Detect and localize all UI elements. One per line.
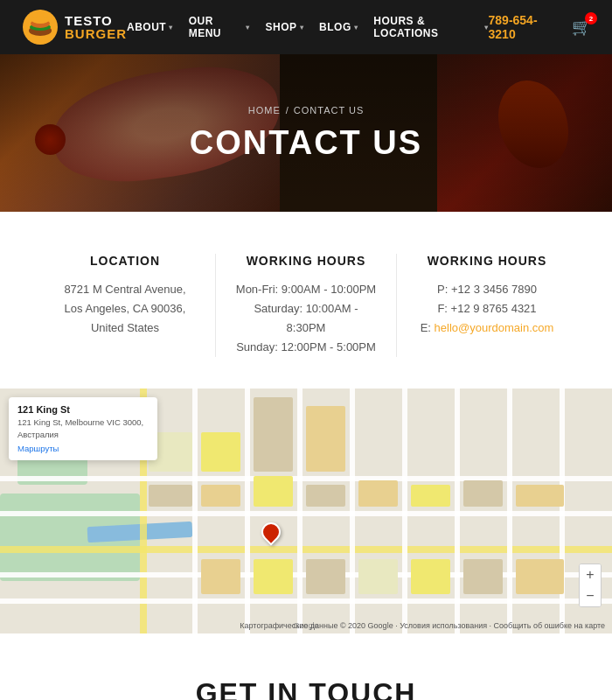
nav-blog[interactable]: BLOG ▾ — [319, 21, 358, 33]
map-zoom-in[interactable]: + — [580, 564, 601, 585]
location-heading: LOCATION — [52, 254, 198, 268]
map-road-v7 — [507, 388, 512, 634]
map-road-v5 — [402, 388, 407, 634]
hero-section: HOME / CONTACT US CONTACT US — [0, 54, 612, 212]
map-section: 121 King St 121 King St, Melbourne VIC 3… — [0, 388, 612, 634]
map-building-2 — [201, 485, 240, 507]
contact-heading: WORKING HOURS — [414, 254, 560, 268]
map-building-16 — [358, 559, 398, 594]
map-building-7 — [463, 480, 503, 507]
contact-details: P: +12 3 3456 7890 F: +12 9 8765 4321 E:… — [414, 280, 560, 338]
svg-point-7 — [43, 12, 48, 18]
map-infobox-title: 121 King St — [17, 404, 149, 415]
logo[interactable]: TESTO BURGER — [21, 8, 127, 46]
cart-icon[interactable]: 🛒 2 — [572, 18, 591, 37]
map-infobox: 121 King St 121 King St, Melbourne VIC 3… — [9, 397, 157, 460]
chevron-down-icon: ▾ — [354, 24, 358, 32]
map-zoom-out[interactable]: − — [580, 585, 601, 606]
working-hours-text: Mon-Fri: 9:00AM - 10:00PM Saturday: 10:0… — [233, 280, 379, 357]
breadcrumb: HOME / CONTACT US — [190, 105, 422, 116]
map-credit: Картографические данные © 2020 Google · … — [240, 621, 605, 630]
nav-hours[interactable]: HOURS & LOCATIONS ▾ — [373, 15, 488, 39]
map-road-y1 — [0, 546, 612, 553]
chevron-down-icon: ▾ — [300, 24, 304, 32]
map-building-11 — [254, 397, 293, 472]
svg-point-5 — [32, 12, 38, 18]
map-road-v2 — [245, 388, 250, 634]
contact-section: GET IN TOUCH Aliquam a augue suscipit, l… — [0, 634, 612, 700]
map-zoom-controls: + − — [579, 564, 602, 607]
map-road-v8 — [560, 388, 565, 634]
logo-burger: BURGER — [65, 27, 127, 40]
page-title: CONTACT US — [190, 124, 422, 162]
chevron-down-icon: ▾ — [169, 24, 173, 32]
map-road-h2 — [0, 511, 612, 516]
map-road-v6 — [455, 388, 460, 634]
map-road-h4 — [0, 598, 612, 604]
map-pin — [261, 522, 281, 542]
header: TESTO BURGER ABOUT ▾ OUR MENU ▾ SHOP ▾ B… — [0, 0, 612, 54]
info-section: LOCATION 8721 M Central Avenue, Los Ange… — [0, 212, 612, 388]
map-building-17 — [411, 559, 450, 594]
phone-number: 789-654-3210 — [489, 13, 560, 41]
nav-shop[interactable]: SHOP ▾ — [266, 21, 304, 33]
svg-point-4 — [31, 17, 49, 24]
map-road-v3 — [297, 388, 303, 634]
location-col: LOCATION 8721 M Central Avenue, Los Ange… — [35, 254, 215, 357]
map-road-v4 — [350, 388, 355, 634]
map-canvas[interactable]: 121 King St 121 King St, Melbourne VIC 3… — [0, 388, 612, 634]
breadcrumb-home[interactable]: HOME — [248, 105, 281, 116]
map-building-10 — [201, 432, 240, 472]
map-building-12 — [306, 406, 345, 472]
contact-email[interactable]: hello@yourdomain.com — [435, 321, 554, 334]
contact-col: WORKING HOURS P: +12 3 3456 7890 F: +12 … — [397, 254, 577, 357]
map-building-3 — [254, 476, 293, 507]
working-hours-heading: WORKING HOURS — [233, 254, 379, 268]
svg-point-6 — [38, 10, 44, 17]
map-building-4 — [306, 485, 345, 507]
breadcrumb-separator: / — [286, 105, 289, 116]
map-infobox-link[interactable]: Маршруты — [17, 444, 149, 453]
map-building-18 — [463, 559, 503, 594]
hero-content: HOME / CONTACT US CONTACT US — [190, 105, 422, 162]
map-building-5 — [358, 480, 398, 507]
map-building-19 — [516, 559, 564, 594]
nav-about[interactable]: ABOUT ▾ — [127, 21, 173, 33]
map-road-h1 — [0, 476, 612, 481]
map-building-1 — [149, 485, 192, 507]
cart-badge: 2 — [585, 12, 597, 24]
location-address: 8721 M Central Avenue, Los Angeles, CA 9… — [52, 280, 198, 338]
breadcrumb-current: CONTACT US — [294, 105, 365, 116]
nav-our-menu[interactable]: OUR MENU ▾ — [189, 15, 250, 39]
working-hours-col: WORKING HOURS Mon-Fri: 9:00AM - 10:00PM … — [216, 254, 396, 357]
map-building-13 — [201, 559, 240, 594]
map-infobox-address: 121 King St, Melbourne VIC 3000, Австрал… — [17, 416, 149, 440]
header-right: 789-654-3210 🛒 2 — [489, 13, 591, 41]
main-nav: ABOUT ▾ OUR MENU ▾ SHOP ▾ BLOG ▾ HOURS &… — [127, 15, 489, 39]
map-building-6 — [411, 485, 450, 507]
map-road-v1 — [192, 388, 198, 634]
map-building-14 — [254, 559, 293, 594]
map-building-15 — [306, 559, 345, 594]
logo-testo: TESTO — [65, 14, 127, 27]
chevron-down-icon: ▾ — [246, 24, 250, 32]
map-pin-marker — [257, 519, 284, 546]
contact-heading: GET IN TOUCH — [52, 677, 560, 700]
map-building-8 — [516, 485, 564, 507]
